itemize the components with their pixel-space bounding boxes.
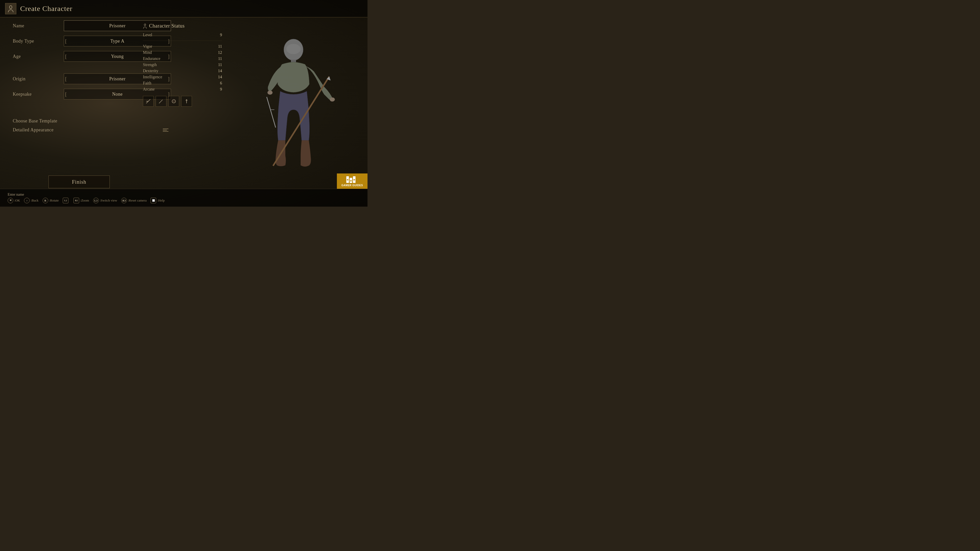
stat-name: Mind [143, 50, 152, 55]
control-label: :Rotate [49, 198, 59, 203]
header-icon [5, 3, 16, 14]
control-item: R2 :Zoom [73, 198, 89, 203]
control-button: ○ [24, 198, 30, 203]
age-label: Age [13, 54, 64, 59]
equip-slot-4 [181, 96, 192, 106]
detailed-appearance-label: Detailed Appearance [13, 127, 54, 133]
svg-point-1 [144, 24, 146, 25]
control-label: :Help [157, 198, 165, 203]
control-item: ○ :Back [24, 198, 38, 203]
stat-name: Vigor [143, 44, 152, 49]
page-title: Create Character [20, 5, 73, 13]
stat-name: Intelligence [143, 75, 162, 79]
character-status-panel: Character Status Level 9 Vigor 11 Mind 1… [143, 23, 222, 106]
control-label: :OK [14, 198, 20, 203]
stat-row: Arcane 9 [143, 86, 222, 92]
svg-rect-20 [347, 179, 348, 180]
svg-line-4 [159, 100, 162, 103]
control-item: R :Rotate [43, 198, 59, 203]
stat-name: Faith [143, 81, 151, 86]
origin-label: Origin [13, 76, 64, 82]
control-item: L2 [63, 198, 69, 203]
equip-slot-2 [156, 96, 166, 106]
finish-button[interactable]: Finish [48, 176, 110, 188]
stat-row: Vigor 11 [143, 43, 222, 49]
watermark: GAMER GUIDES [337, 173, 368, 189]
stat-row: Dexterity 14 [143, 68, 222, 74]
svg-point-12 [330, 97, 335, 102]
stat-row: Mind 12 [143, 49, 222, 56]
character-figure [220, 21, 368, 194]
base-template-label: Choose Base Template [13, 118, 57, 124]
control-button: L2 [63, 198, 68, 203]
control-item: L3 :Switch view [93, 198, 117, 203]
control-label: :Zoom [80, 198, 89, 203]
svg-rect-21 [350, 180, 352, 181]
stat-name: Dexterity [143, 68, 158, 73]
control-button: ⬜ [151, 198, 156, 203]
stat-name: Level [143, 33, 152, 37]
character-svg [242, 25, 345, 189]
stat-name: Arcane [143, 87, 155, 92]
svg-point-11 [267, 91, 272, 95]
control-item: ⬜ :Help [151, 198, 165, 203]
svg-point-0 [10, 6, 12, 9]
stats-list: Level 9 Vigor 11 Mind 12 Endurance 11 St… [143, 32, 222, 92]
keepsake-label: Keepsake [13, 92, 64, 97]
control-label: :Back [30, 198, 38, 203]
name-label: Name [13, 23, 64, 29]
status-person-icon [143, 24, 147, 29]
control-item: ✕ :OK [8, 198, 20, 203]
svg-point-5 [172, 100, 176, 103]
stat-row: Level 9 [143, 32, 222, 38]
svg-point-9 [286, 44, 301, 54]
stat-name: Endurance [143, 56, 160, 61]
watermark-text: GAMER GUIDES [342, 184, 363, 187]
stat-name: Strength [143, 62, 157, 67]
body-type-label: Body Type [13, 38, 64, 44]
bottom-bar: Enter name ✕ :OK ○ :Back R :Rotate L2 R2… [0, 189, 368, 206]
equip-slot-3 [169, 96, 179, 106]
menu-icon [163, 129, 169, 132]
control-button: R [43, 198, 48, 203]
equipment-slots [143, 96, 222, 106]
stat-row: Faith 6 [143, 80, 222, 86]
control-label: :Switch view [100, 198, 117, 203]
equip-slot-1 [143, 96, 154, 106]
watermark-logo [346, 176, 359, 183]
enter-name-text: Enter name [8, 192, 360, 197]
header-bar: Create Character [0, 0, 368, 17]
controls-row: ✕ :OK ○ :Back R :Rotate L2 R2 :Zoom L3 :… [8, 198, 360, 203]
status-title: Character Status [149, 23, 185, 29]
status-header: Character Status [143, 23, 222, 29]
stat-row: Endurance 11 [143, 56, 222, 62]
stat-row: Strength 11 [143, 62, 222, 68]
stat-row: Intelligence 14 [143, 74, 222, 80]
control-button: ✕ [8, 198, 13, 203]
base-template-option[interactable]: Choose Base Template [13, 118, 171, 124]
control-item: R3 :Reset camera [121, 198, 146, 203]
control-button: R3 [121, 198, 127, 203]
control-button: L3 [93, 198, 99, 203]
svg-line-15 [267, 97, 275, 127]
control-label: :Reset camera [128, 198, 146, 203]
detailed-appearance-option[interactable]: Detailed Appearance [13, 127, 171, 133]
svg-rect-22 [353, 179, 355, 180]
control-button: R2 [73, 198, 79, 203]
